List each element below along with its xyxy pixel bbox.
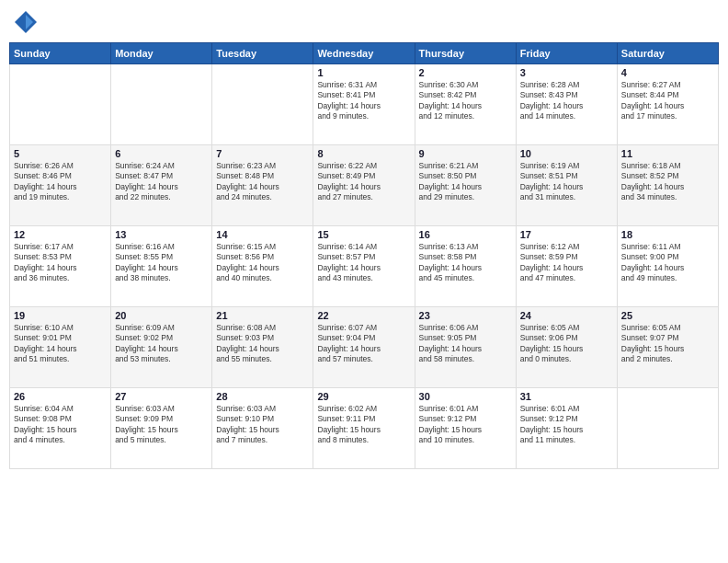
cell-content: Sunrise: 6:01 AM Sunset: 9:12 PM Dayligh… — [419, 404, 512, 446]
day-number: 26 — [14, 391, 107, 402]
calendar: SundayMondayTuesdayWednesdayThursdayFrid… — [9, 42, 719, 469]
cell-content: Sunrise: 6:23 AM Sunset: 8:48 PM Dayligh… — [216, 161, 309, 203]
cell-content: Sunrise: 6:30 AM Sunset: 8:42 PM Dayligh… — [419, 80, 512, 122]
cell-content: Sunrise: 6:27 AM Sunset: 8:44 PM Dayligh… — [621, 80, 714, 122]
day-number: 1 — [317, 67, 410, 78]
cell-content: Sunrise: 6:19 AM Sunset: 8:51 PM Dayligh… — [520, 161, 613, 203]
cell-content: Sunrise: 6:26 AM Sunset: 8:46 PM Dayligh… — [14, 161, 107, 203]
day-number: 27 — [115, 391, 208, 402]
calendar-cell: 11Sunrise: 6:18 AM Sunset: 8:52 PM Dayli… — [617, 145, 718, 226]
cell-content: Sunrise: 6:04 AM Sunset: 9:08 PM Dayligh… — [14, 404, 107, 446]
day-number: 15 — [317, 229, 410, 240]
day-number: 13 — [115, 229, 208, 240]
cell-content: Sunrise: 6:21 AM Sunset: 8:50 PM Dayligh… — [419, 161, 512, 203]
day-number: 22 — [317, 310, 410, 321]
calendar-cell: 25Sunrise: 6:05 AM Sunset: 9:07 PM Dayli… — [617, 307, 718, 388]
calendar-week-4: 19Sunrise: 6:10 AM Sunset: 9:01 PM Dayli… — [10, 307, 719, 388]
calendar-cell: 10Sunrise: 6:19 AM Sunset: 8:51 PM Dayli… — [516, 145, 617, 226]
calendar-cell: 30Sunrise: 6:01 AM Sunset: 9:12 PM Dayli… — [415, 388, 516, 469]
calendar-cell: 21Sunrise: 6:08 AM Sunset: 9:03 PM Dayli… — [212, 307, 313, 388]
day-number: 3 — [520, 67, 613, 78]
calendar-cell: 13Sunrise: 6:16 AM Sunset: 8:55 PM Dayli… — [111, 226, 212, 307]
page: SundayMondayTuesdayWednesdayThursdayFrid… — [0, 0, 728, 563]
calendar-cell: 24Sunrise: 6:05 AM Sunset: 9:06 PM Dayli… — [516, 307, 617, 388]
calendar-cell: 23Sunrise: 6:06 AM Sunset: 9:05 PM Dayli… — [415, 307, 516, 388]
day-number: 9 — [419, 148, 512, 159]
header — [9, 9, 719, 35]
day-number: 21 — [216, 310, 309, 321]
cell-content: Sunrise: 6:31 AM Sunset: 8:41 PM Dayligh… — [317, 80, 410, 122]
cell-content: Sunrise: 6:13 AM Sunset: 8:58 PM Dayligh… — [419, 242, 512, 284]
calendar-week-3: 12Sunrise: 6:17 AM Sunset: 8:53 PM Dayli… — [10, 226, 719, 307]
day-number: 16 — [419, 229, 512, 240]
day-of-week-sunday: Sunday — [10, 43, 111, 64]
calendar-cell: 18Sunrise: 6:11 AM Sunset: 9:00 PM Dayli… — [617, 226, 718, 307]
calendar-cell: 29Sunrise: 6:02 AM Sunset: 9:11 PM Dayli… — [313, 388, 415, 469]
cell-content: Sunrise: 6:03 AM Sunset: 9:10 PM Dayligh… — [216, 404, 309, 446]
cell-content: Sunrise: 6:12 AM Sunset: 8:59 PM Dayligh… — [520, 242, 613, 284]
calendar-week-1: 1Sunrise: 6:31 AM Sunset: 8:41 PM Daylig… — [10, 64, 719, 145]
calendar-cell: 20Sunrise: 6:09 AM Sunset: 9:02 PM Dayli… — [111, 307, 212, 388]
calendar-cell: 27Sunrise: 6:03 AM Sunset: 9:09 PM Dayli… — [111, 388, 212, 469]
calendar-cell: 9Sunrise: 6:21 AM Sunset: 8:50 PM Daylig… — [415, 145, 516, 226]
calendar-cell: 8Sunrise: 6:22 AM Sunset: 8:49 PM Daylig… — [313, 145, 415, 226]
cell-content: Sunrise: 6:02 AM Sunset: 9:11 PM Dayligh… — [317, 404, 410, 446]
calendar-cell: 19Sunrise: 6:10 AM Sunset: 9:01 PM Dayli… — [10, 307, 111, 388]
day-of-week-wednesday: Wednesday — [313, 43, 415, 64]
calendar-header-row: SundayMondayTuesdayWednesdayThursdayFrid… — [10, 43, 719, 64]
cell-content: Sunrise: 6:01 AM Sunset: 9:12 PM Dayligh… — [520, 404, 613, 446]
calendar-week-5: 26Sunrise: 6:04 AM Sunset: 9:08 PM Dayli… — [10, 388, 719, 469]
cell-content: Sunrise: 6:22 AM Sunset: 8:49 PM Dayligh… — [317, 161, 410, 203]
day-number: 23 — [419, 310, 512, 321]
day-of-week-friday: Friday — [516, 43, 617, 64]
calendar-cell: 3Sunrise: 6:28 AM Sunset: 8:43 PM Daylig… — [516, 64, 617, 145]
day-number: 5 — [14, 148, 107, 159]
cell-content: Sunrise: 6:16 AM Sunset: 8:55 PM Dayligh… — [115, 242, 208, 284]
calendar-cell: 6Sunrise: 6:24 AM Sunset: 8:47 PM Daylig… — [111, 145, 212, 226]
day-number: 20 — [115, 310, 208, 321]
day-number: 11 — [621, 148, 714, 159]
cell-content: Sunrise: 6:05 AM Sunset: 9:07 PM Dayligh… — [621, 323, 714, 365]
cell-content: Sunrise: 6:24 AM Sunset: 8:47 PM Dayligh… — [115, 161, 208, 203]
day-of-week-saturday: Saturday — [617, 43, 718, 64]
day-number: 14 — [216, 229, 309, 240]
cell-content: Sunrise: 6:14 AM Sunset: 8:57 PM Dayligh… — [317, 242, 410, 284]
calendar-cell: 31Sunrise: 6:01 AM Sunset: 9:12 PM Dayli… — [516, 388, 617, 469]
calendar-cell: 2Sunrise: 6:30 AM Sunset: 8:42 PM Daylig… — [415, 64, 516, 145]
calendar-cell: 14Sunrise: 6:15 AM Sunset: 8:56 PM Dayli… — [212, 226, 313, 307]
calendar-cell — [212, 64, 313, 145]
day-number: 2 — [419, 67, 512, 78]
day-number: 6 — [115, 148, 208, 159]
calendar-week-2: 5Sunrise: 6:26 AM Sunset: 8:46 PM Daylig… — [10, 145, 719, 226]
calendar-cell: 16Sunrise: 6:13 AM Sunset: 8:58 PM Dayli… — [415, 226, 516, 307]
cell-content: Sunrise: 6:03 AM Sunset: 9:09 PM Dayligh… — [115, 404, 208, 446]
cell-content: Sunrise: 6:08 AM Sunset: 9:03 PM Dayligh… — [216, 323, 309, 365]
calendar-cell — [111, 64, 212, 145]
calendar-cell: 5Sunrise: 6:26 AM Sunset: 8:46 PM Daylig… — [10, 145, 111, 226]
calendar-cell: 7Sunrise: 6:23 AM Sunset: 8:48 PM Daylig… — [212, 145, 313, 226]
calendar-cell: 28Sunrise: 6:03 AM Sunset: 9:10 PM Dayli… — [212, 388, 313, 469]
calendar-cell: 1Sunrise: 6:31 AM Sunset: 8:41 PM Daylig… — [313, 64, 415, 145]
day-number: 25 — [621, 310, 714, 321]
day-number: 31 — [520, 391, 613, 402]
calendar-cell: 12Sunrise: 6:17 AM Sunset: 8:53 PM Dayli… — [10, 226, 111, 307]
cell-content: Sunrise: 6:05 AM Sunset: 9:06 PM Dayligh… — [520, 323, 613, 365]
day-number: 24 — [520, 310, 613, 321]
calendar-cell: 15Sunrise: 6:14 AM Sunset: 8:57 PM Dayli… — [313, 226, 415, 307]
day-number: 28 — [216, 391, 309, 402]
cell-content: Sunrise: 6:10 AM Sunset: 9:01 PM Dayligh… — [14, 323, 107, 365]
day-of-week-monday: Monday — [111, 43, 212, 64]
day-number: 10 — [520, 148, 613, 159]
day-number: 12 — [14, 229, 107, 240]
calendar-cell — [617, 388, 718, 469]
cell-content: Sunrise: 6:28 AM Sunset: 8:43 PM Dayligh… — [520, 80, 613, 122]
calendar-cell: 26Sunrise: 6:04 AM Sunset: 9:08 PM Dayli… — [10, 388, 111, 469]
day-number: 19 — [14, 310, 107, 321]
logo — [13, 9, 42, 35]
day-number: 29 — [317, 391, 410, 402]
cell-content: Sunrise: 6:17 AM Sunset: 8:53 PM Dayligh… — [14, 242, 107, 284]
day-number: 30 — [419, 391, 512, 402]
cell-content: Sunrise: 6:07 AM Sunset: 9:04 PM Dayligh… — [317, 323, 410, 365]
calendar-cell: 4Sunrise: 6:27 AM Sunset: 8:44 PM Daylig… — [617, 64, 718, 145]
cell-content: Sunrise: 6:06 AM Sunset: 9:05 PM Dayligh… — [419, 323, 512, 365]
